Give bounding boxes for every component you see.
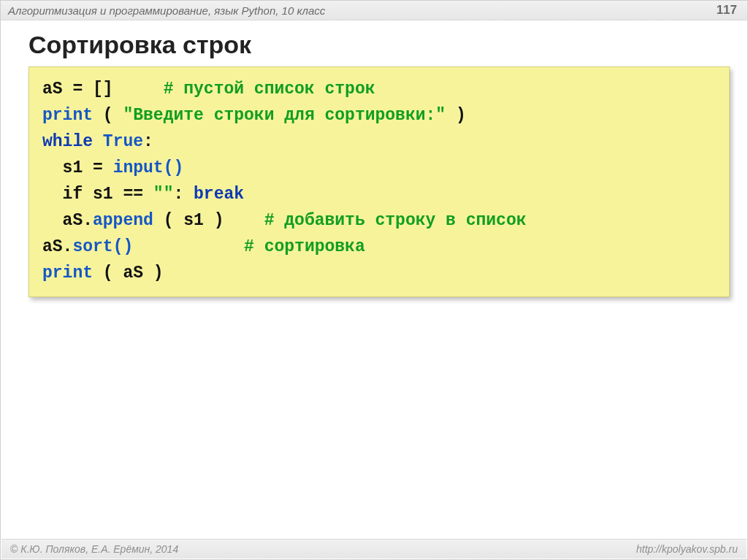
code-keyword: break [194, 185, 244, 204]
code-line-8: print ( aS ) [42, 260, 716, 286]
code-token: ( aS ) [93, 264, 164, 283]
code-token: append [93, 211, 153, 230]
code-line-2: print ( "Введите строки для сортировки:"… [42, 102, 716, 129]
code-string: "" [153, 185, 174, 204]
code-comment: # сортировка [244, 237, 365, 256]
footer-link: http://kpolyakov.spb.ru [636, 543, 738, 555]
code-box: aS = [] # пустой список строк print ( "В… [28, 66, 730, 297]
header-bar: Алгоритмизация и программирование, язык … [1, 1, 747, 20]
code-line-1: aS = [] # пустой список строк [42, 76, 716, 102]
page-number: 117 [717, 3, 740, 18]
code-token: ( [93, 106, 123, 125]
code-token: s1 [42, 158, 83, 177]
header-title: Алгоритмизация и программирование, язык … [8, 4, 325, 17]
footer-copyright: © К.Ю. Поляков, Е.А. Ерёмин, 2014 [10, 543, 178, 555]
code-token: : [173, 185, 194, 204]
code-line-7: aS.sort() # сортировка [42, 234, 716, 260]
slide: Алгоритмизация и программирование, язык … [0, 0, 748, 560]
code-token: : [143, 132, 153, 151]
code-token: = [] [63, 80, 164, 99]
slide-title: Сортировка строк [28, 31, 730, 59]
code-token: if s1 [42, 185, 113, 204]
code-token: aS. [42, 237, 72, 256]
code-token: print [42, 264, 93, 283]
code-token: aS [42, 80, 63, 99]
code-token: ( s1 ) [153, 211, 264, 230]
code-keyword: while [42, 132, 93, 151]
code-token: input() [113, 158, 184, 177]
code-token: sort() [72, 237, 133, 256]
footer-bar: © К.Ю. Поляков, Е.А. Ерёмин, 2014 http:/… [1, 539, 747, 559]
code-token: print [42, 106, 93, 125]
code-token [93, 132, 103, 151]
code-token: = [83, 158, 112, 177]
code-comment: # пустой список строк [164, 80, 375, 99]
code-token: == [113, 185, 153, 204]
code-string: "Введите строки для сортировки:" [123, 106, 446, 125]
code-token [133, 237, 244, 256]
code-token: aS. [42, 211, 93, 230]
code-line-5: if s1 == "": break [42, 181, 716, 207]
code-line-3: while True: [42, 129, 716, 155]
code-line-6: aS.append ( s1 ) # добавить строку в спи… [42, 207, 716, 234]
code-comment: # добавить строку в список [264, 211, 527, 230]
code-token: True [103, 132, 143, 151]
code-token: ) [446, 106, 466, 125]
code-line-4: s1 = input() [42, 155, 716, 181]
